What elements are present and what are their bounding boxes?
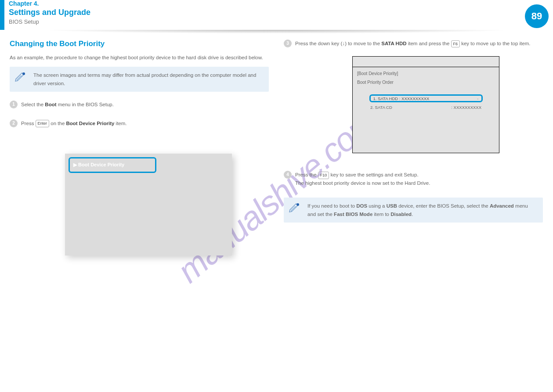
note2-a: If you need to boot to xyxy=(307,203,356,209)
step-3: Press the down key (↓) to move to the SA… xyxy=(284,40,543,153)
screenshot-body: [Boot Device Priority] Boot Priority Ord… xyxy=(353,67,499,153)
note-icon-2 xyxy=(288,201,302,215)
shot2-line1: [Boot Device Priority] xyxy=(357,71,398,77)
step-4: Press the F10 key to save the settings a… xyxy=(284,171,543,187)
note-text-1: The screen images and terms may differ f… xyxy=(33,72,256,86)
f6-key-icon: F6 xyxy=(451,40,460,47)
note2-e: device, enter the BIOS Setup, select the xyxy=(397,203,490,209)
note2-f: Advanced xyxy=(490,203,514,209)
step-list-right: Press the down key (↓) to move to the SA… xyxy=(284,40,543,187)
enter-key-icon: Enter xyxy=(36,120,50,127)
screenshot-priority-list: [Boot Device Priority] Boot Priority Ord… xyxy=(352,56,499,153)
screenshot-titlebar xyxy=(353,57,499,67)
priority-row2-left: 2. SATA CD xyxy=(370,104,451,111)
step4-text-d: The highest boot priority device is now … xyxy=(295,180,430,186)
note2-b: DOS xyxy=(356,203,367,209)
step-list-left: Select the Boot menu in the BIOS Setup. … xyxy=(10,101,269,255)
step2-text-c: on the xyxy=(49,121,66,126)
note2-d: USB xyxy=(387,203,397,209)
note2-i: item to xyxy=(372,212,390,217)
chapter-title: Settings and Upgrade xyxy=(9,8,90,17)
note2-j: Disabled xyxy=(390,212,412,217)
boot-device-priority-highlight: ▶ Boot Device Priority xyxy=(69,157,156,173)
step1-text-c: menu in the BIOS Setup. xyxy=(57,102,114,107)
note2-c: using a xyxy=(367,203,386,209)
note2-k: . xyxy=(412,212,413,217)
priority-row-right: - xyxy=(477,95,478,102)
step2-bold: Boot Device Priority xyxy=(66,121,114,126)
priority-row2-right: : XXXXXXXXXX xyxy=(451,104,481,111)
section-heading: Changing the Boot Priority xyxy=(10,40,269,48)
screenshot-boot-menu: ▶ Boot Device Priority xyxy=(65,154,232,255)
note2-h: Fast BIOS Mode xyxy=(334,212,372,217)
step-2: Press Enter on the Boot Device Priority … xyxy=(10,119,269,255)
right-column: Press the down key (↓) to move to the SA… xyxy=(284,40,543,231)
screenshot-body-label: [Boot Device Priority] Boot Priority Ord… xyxy=(357,71,398,86)
priority-row-highlight: 1. SATA HDD : XXXXXXXXXX - xyxy=(369,94,483,102)
header-stripe xyxy=(0,0,4,30)
priority-row-2: 2. SATA CD : XXXXXXXXXX xyxy=(353,102,499,112)
step4-text-c: key to save the settings and exit Setup. xyxy=(329,172,418,177)
step3-text-a: Press the down key (↓) to move to the xyxy=(295,41,381,46)
step2-text-e: item. xyxy=(114,121,127,126)
step3-text-e: key to move up to the top item. xyxy=(460,41,530,46)
priority-row-left: 1. SATA HDD : XXXXXXXXXX xyxy=(373,95,477,102)
note-box-2: If you need to boot to DOS using a USB d… xyxy=(284,198,543,223)
step3-bold-b: SATA HDD xyxy=(381,41,406,46)
header-bar: Chapter 4. Settings and Upgrade BIOS Set… xyxy=(0,0,553,31)
step-1: Select the Boot menu in the BIOS Setup. xyxy=(10,101,269,108)
shot2-line2: Boot Priority Order xyxy=(357,79,398,86)
note-icon xyxy=(14,70,28,84)
f10-key-icon: F10 xyxy=(318,172,329,179)
note-box-1: The screen images and terms may differ f… xyxy=(10,67,269,92)
header-shadow xyxy=(0,30,553,35)
svg-point-0 xyxy=(22,72,25,75)
page-number-badge: 89 xyxy=(525,4,549,28)
step4-text-a: Press the xyxy=(295,172,318,177)
intro-text: As an example, the procedure to change t… xyxy=(10,54,269,61)
step1-bold: Boot xyxy=(45,102,56,107)
left-column: Changing the Boot Priority As an example… xyxy=(10,40,269,266)
chapter-number: Chapter 4. xyxy=(9,0,39,7)
step2-text-a: Press xyxy=(21,121,36,126)
step1-text-a: Select the xyxy=(21,102,45,107)
step3-text-c: item and press the xyxy=(407,41,451,46)
svg-point-1 xyxy=(296,203,299,206)
section-title: BIOS Setup xyxy=(9,18,39,25)
